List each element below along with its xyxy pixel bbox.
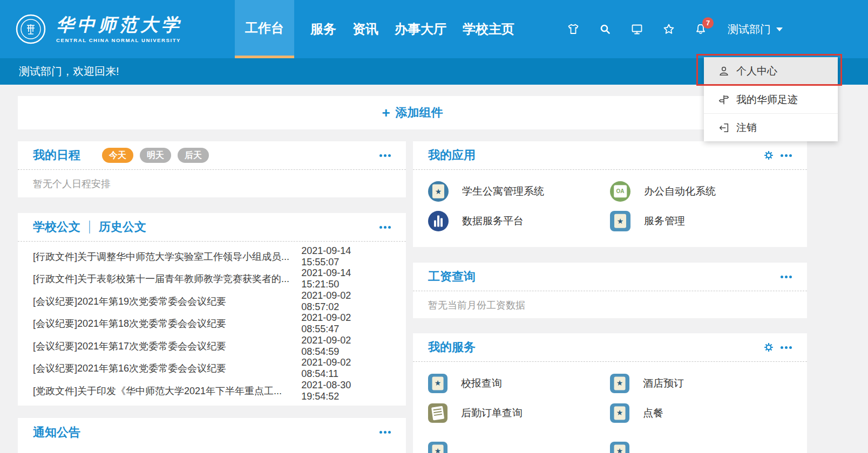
apps-settings-gear-icon[interactable] <box>763 150 774 161</box>
add-widget-button[interactable]: + 添加组件 <box>18 96 807 129</box>
search-icon[interactable] <box>599 23 612 36</box>
notice-card: 通知公告 <box>18 418 406 453</box>
documents-more-menu[interactable] <box>379 224 391 231</box>
schedule-tab-day-after[interactable]: 后天 <box>178 148 209 163</box>
schedule-more-menu[interactable] <box>379 152 391 159</box>
divider <box>89 221 90 234</box>
service-item-hotel-booking[interactable]: ★ 酒店预订 <box>610 368 792 398</box>
schedule-empty-text: 暂无个人日程安排 <box>18 170 406 198</box>
footprint-signpost-icon <box>718 94 730 106</box>
welcome-text: 测试部门，欢迎回来! <box>19 64 119 79</box>
notice-card-title: 通知公告 <box>33 424 80 441</box>
primary-nav: 工作台 服务 资讯 办事大厅 学校主页 <box>235 0 514 58</box>
university-logo[interactable]: 华中师范大学 CENTRAL CHINA NORMAL UNIVERSITY <box>15 0 182 58</box>
document-list-item[interactable]: [会议纪要]2021年第19次党委常委会会议纪要 2021-09-02 08:5… <box>33 290 391 313</box>
notice-more-menu[interactable] <box>379 429 391 436</box>
order-note-icon <box>428 403 447 423</box>
document-date: 2021-09-02 08:54:59 <box>301 335 391 358</box>
menu-item-logout[interactable]: 注销 <box>704 113 838 141</box>
chevron-down-icon <box>776 28 783 31</box>
data-platform-app-icon <box>428 211 449 231</box>
document-list: [行政文件]关于调整华中师范大学实验室工作领导小组成员... 2021-09-1… <box>18 242 406 402</box>
salary-card-title: 工资查询 <box>428 269 476 285</box>
notifications-bell-icon[interactable]: 7 <box>694 23 707 36</box>
document-date: 2021-09-14 15:21:50 <box>301 267 391 290</box>
schedule-tab-tomorrow[interactable]: 明天 <box>140 148 171 163</box>
portal-screen: 华中师范大学 CENTRAL CHINA NORMAL UNIVERSITY 工… <box>0 0 868 453</box>
services-more-menu[interactable] <box>781 344 792 351</box>
user-menu-trigger[interactable]: 测试部门 <box>728 0 783 58</box>
apps-more-menu[interactable] <box>781 152 792 159</box>
my-apps-card: 我的应用 ★ 学生公寓管理系统 OA 办公自动化系统 数据服务平台 <box>413 141 807 247</box>
document-list-item[interactable]: [行政文件]关于表彰校第十一届青年教师教学竞赛获奖者的... 2021-09-1… <box>33 268 391 291</box>
favorites-star-icon[interactable] <box>662 23 675 36</box>
service-item-partial[interactable]: ★ <box>428 436 610 453</box>
document-list-item[interactable]: [党政文件]关于印发《华中师范大学2021年下半年重点工... 2021-08-… <box>33 380 391 402</box>
document-list-item[interactable]: [会议纪要]2021年第16次党委常委会会议纪要 2021-09-02 08:5… <box>33 358 391 380</box>
service-item-school-paper[interactable]: ★ 校报查询 <box>428 368 610 398</box>
document-date: 2021-09-02 08:54:11 <box>301 357 391 380</box>
top-navbar: 华中师范大学 CENTRAL CHINA NORMAL UNIVERSITY 工… <box>0 0 868 58</box>
my-services-card: 我的服务 ★ 校报查询 ★ 酒店预订 后勤订单查询 <box>413 333 807 453</box>
menu-item-footprints[interactable]: 我的华师足迹 <box>704 85 838 113</box>
menu-item-personal-center[interactable]: 个人中心 <box>704 57 838 85</box>
document-list-item[interactable]: [会议纪要]2021年第17次党委常委会会议纪要 2021-09-02 08:5… <box>33 335 391 358</box>
plus-icon: + <box>382 106 390 120</box>
theme-tshirt-icon[interactable] <box>567 23 580 36</box>
my-services-card-title: 我的服务 <box>428 339 476 355</box>
logout-icon <box>718 122 730 134</box>
notification-count-badge: 7 <box>702 17 714 29</box>
document-date: 2021-09-02 08:55:47 <box>301 312 391 335</box>
service-item-partial[interactable]: ★ <box>610 436 792 453</box>
oa-app-icon: OA <box>610 181 630 202</box>
tab-school-documents[interactable]: 学校公文 <box>33 219 80 235</box>
service-management-app-icon: ★ <box>610 211 630 231</box>
documents-card: 学校公文 历史公文 [行政文件]关于调整华中师范大学实验室工作领导小组成员...… <box>18 213 406 406</box>
add-widget-label: 添加组件 <box>396 105 443 121</box>
monitor-icon[interactable] <box>630 23 643 36</box>
university-name-cn: 华中师范大学 <box>56 15 182 35</box>
service-item-logistics-orders[interactable]: 后勤订单查询 <box>428 398 610 428</box>
app-item-dormitory[interactable]: ★ 学生公寓管理系统 <box>428 176 610 206</box>
ticket-icon: ★ <box>610 374 629 393</box>
user-name-label: 测试部门 <box>728 22 771 37</box>
tab-history-documents[interactable]: 历史公文 <box>99 219 146 235</box>
ticket-icon: ★ <box>610 442 629 453</box>
person-icon <box>718 65 730 77</box>
document-list-item[interactable]: [行政文件]关于调整华中师范大学实验室工作领导小组成员... 2021-09-1… <box>33 245 391 268</box>
document-list-item[interactable]: [会议纪要]2021年第18次党委常委会会议纪要 2021-09-02 08:5… <box>33 313 391 335</box>
services-settings-gear-icon[interactable] <box>763 342 774 353</box>
salary-card: 工资查询 暂无当前月份工资数据 <box>413 263 807 318</box>
service-item-food-ordering[interactable]: ★ 点餐 <box>610 398 792 428</box>
document-date: 2021-09-02 08:57:02 <box>301 290 391 313</box>
schedule-card: 我的日程 今天 明天 后天 暂无个人日程安排 <box>18 141 406 197</box>
schedule-card-title: 我的日程 <box>33 147 80 163</box>
header-icon-strip: 7 <box>567 0 707 58</box>
my-apps-card-title: 我的应用 <box>428 147 476 163</box>
nav-tab-services[interactable]: 服务 <box>310 0 336 58</box>
ticket-icon: ★ <box>428 442 447 453</box>
nav-tab-school-homepage[interactable]: 学校主页 <box>463 0 514 58</box>
app-item-data-platform[interactable]: 数据服务平台 <box>428 206 610 236</box>
document-date: 2021-09-14 15:55:07 <box>301 245 391 268</box>
nav-tab-affairs-hall[interactable]: 办事大厅 <box>395 0 446 58</box>
salary-empty-text: 暂无当前月份工资数据 <box>413 291 807 319</box>
university-name-en: CENTRAL CHINA NORMAL UNIVERSITY <box>56 37 182 43</box>
app-item-oa[interactable]: OA 办公自动化系统 <box>610 176 792 206</box>
app-item-service-management[interactable]: ★ 服务管理 <box>610 206 792 236</box>
nav-tab-news[interactable]: 资讯 <box>352 0 378 58</box>
user-dropdown-menu: 个人中心 我的华师足迹 注销 <box>704 57 838 141</box>
ticket-icon: ★ <box>428 374 447 393</box>
ticket-icon: ★ <box>610 403 629 423</box>
schedule-tab-today[interactable]: 今天 <box>102 148 133 163</box>
dormitory-app-icon: ★ <box>428 181 449 202</box>
university-seal-icon <box>15 13 46 45</box>
nav-tab-workbench[interactable]: 工作台 <box>235 0 294 58</box>
document-date: 2021-08-30 19:54:52 <box>301 380 391 402</box>
salary-more-menu[interactable] <box>781 273 792 280</box>
